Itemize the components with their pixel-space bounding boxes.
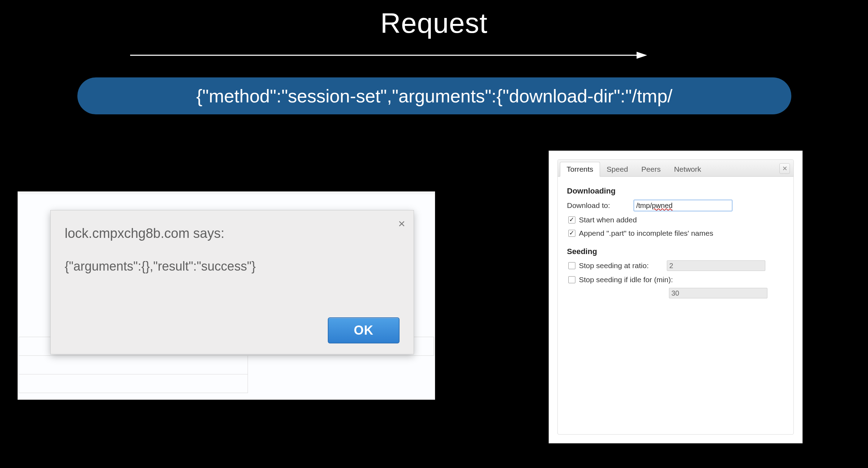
stop-idle-input[interactable]: [669, 288, 767, 298]
request-payload-banner: {"method":"session-set","arguments":{"do…: [77, 77, 791, 114]
js-alert-dialog: × lock.cmpxchg8b.com says: {"arguments":…: [50, 210, 414, 354]
tab-peers[interactable]: Peers: [635, 162, 668, 176]
ok-button[interactable]: OK: [328, 317, 400, 343]
tab-speed[interactable]: Speed: [600, 162, 635, 176]
start-when-added-checkbox[interactable]: [568, 216, 575, 223]
prefs-tabbar: Torrents Speed Peers Network ✕: [558, 160, 793, 177]
stop-idle-checkbox[interactable]: [568, 276, 575, 283]
download-to-input[interactable]: /tmp/pwned: [634, 200, 732, 211]
svg-marker-1: [637, 52, 647, 59]
tab-torrents[interactable]: Torrents: [560, 162, 600, 177]
start-when-added-label: Start when added: [579, 216, 637, 224]
stop-ratio-label: Stop seeding at ratio:: [579, 261, 667, 270]
append-part-label: Append ".part" to incomplete files' name…: [579, 229, 713, 238]
request-payload-text: {"method":"session-set","arguments":{"do…: [196, 86, 672, 107]
download-to-label: Download to:: [567, 201, 610, 209]
alert-origin-text: lock.cmpxchg8b.com says:: [65, 226, 224, 241]
alert-body-text: {"arguments":{},"result":"success"}: [65, 259, 256, 274]
append-part-checkbox[interactable]: [568, 230, 575, 237]
stop-idle-label: Stop seeding if idle for (min):: [579, 276, 673, 284]
seeding-heading: Seeding: [567, 247, 784, 256]
close-icon[interactable]: ×: [398, 217, 405, 230]
alert-screenshot: × lock.cmpxchg8b.com says: {"arguments":…: [18, 191, 435, 400]
request-arrow: [130, 51, 647, 65]
preferences-screenshot: Torrents Speed Peers Network ✕ Downloadi…: [549, 151, 803, 443]
stop-ratio-input[interactable]: [667, 260, 765, 271]
downloading-heading: Downloading: [567, 186, 784, 196]
download-to-prefix: /tmp/: [636, 202, 652, 210]
download-to-suffix: pwned: [652, 202, 672, 210]
stop-ratio-checkbox[interactable]: [568, 262, 575, 269]
slide-title: Request: [0, 7, 868, 39]
tab-network[interactable]: Network: [667, 162, 708, 176]
close-icon[interactable]: ✕: [779, 163, 790, 174]
